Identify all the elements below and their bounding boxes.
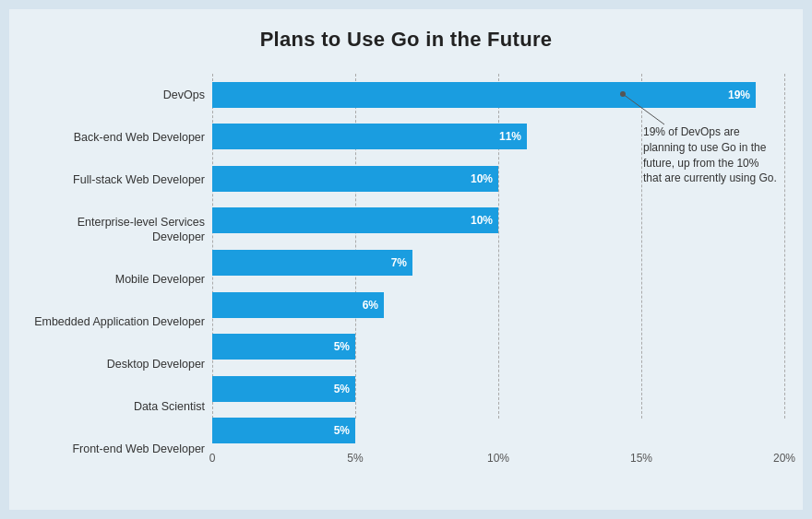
bar-value-label: 5% xyxy=(334,340,350,353)
bar: 10% xyxy=(212,166,498,192)
bar-row: 5% xyxy=(212,330,784,363)
bar-row: 7% xyxy=(212,246,784,279)
bar: 7% xyxy=(212,250,412,276)
bar: 10% xyxy=(212,207,498,233)
bar-label-text: Enterprise-level Services Developer xyxy=(28,215,205,245)
bar: 6% xyxy=(212,292,384,318)
bar-label-text: Embedded Application Developer xyxy=(28,314,205,329)
bar-label-text: Desktop Developer xyxy=(28,357,205,372)
bar-label-text: Mobile Developer xyxy=(28,272,205,287)
bar-label-text: Front-end Web Developer xyxy=(28,442,205,456)
bar: 5% xyxy=(212,376,355,402)
bar-label-text: DevOps xyxy=(28,88,205,102)
bar-label-text: Data Scientist xyxy=(28,399,205,414)
bar-label-text: Back-end Web Developer xyxy=(28,130,205,145)
bar: 5% xyxy=(212,334,355,360)
bar-value-label: 7% xyxy=(391,256,407,269)
chart-title: Plans to Use Go in the Future xyxy=(28,28,784,52)
x-axis-label: 15% xyxy=(630,452,652,465)
bar-row: 5% xyxy=(212,372,784,406)
bar-value-label: 11% xyxy=(499,130,521,143)
chart-area: DevOpsBack-end Web DeveloperFull-stack W… xyxy=(28,74,784,470)
bar: 19% xyxy=(212,82,756,108)
bar: 11% xyxy=(212,124,527,149)
bar-row: 10% xyxy=(212,204,784,237)
bar: 5% xyxy=(212,418,355,443)
bar-value-label: 6% xyxy=(363,299,378,312)
bar-row: 6% xyxy=(212,289,784,322)
bar-row: 19% xyxy=(212,78,784,112)
grid-line xyxy=(784,74,785,419)
bar-value-label: 5% xyxy=(334,383,350,395)
x-axis-label: 5% xyxy=(347,452,363,465)
x-axis: 05%10%15%20% xyxy=(212,452,784,470)
bar-row: 5% xyxy=(212,414,784,447)
bar-label-text: Full-stack Web Developer xyxy=(28,172,205,187)
annotation: 19% of DevOps are planning to use Go in … xyxy=(643,124,777,186)
labels-column: DevOpsBack-end Web DeveloperFull-stack W… xyxy=(28,74,212,470)
bar-value-label: 5% xyxy=(334,424,350,437)
bar-value-label: 10% xyxy=(471,172,493,185)
bar-value-label: 19% xyxy=(728,88,750,101)
x-axis-label: 10% xyxy=(487,452,509,465)
x-axis-label: 20% xyxy=(773,452,795,465)
x-axis-label: 0 xyxy=(209,452,216,465)
bar-value-label: 10% xyxy=(471,214,493,227)
chart-container: Plans to Use Go in the Future DevOpsBack… xyxy=(9,9,803,510)
